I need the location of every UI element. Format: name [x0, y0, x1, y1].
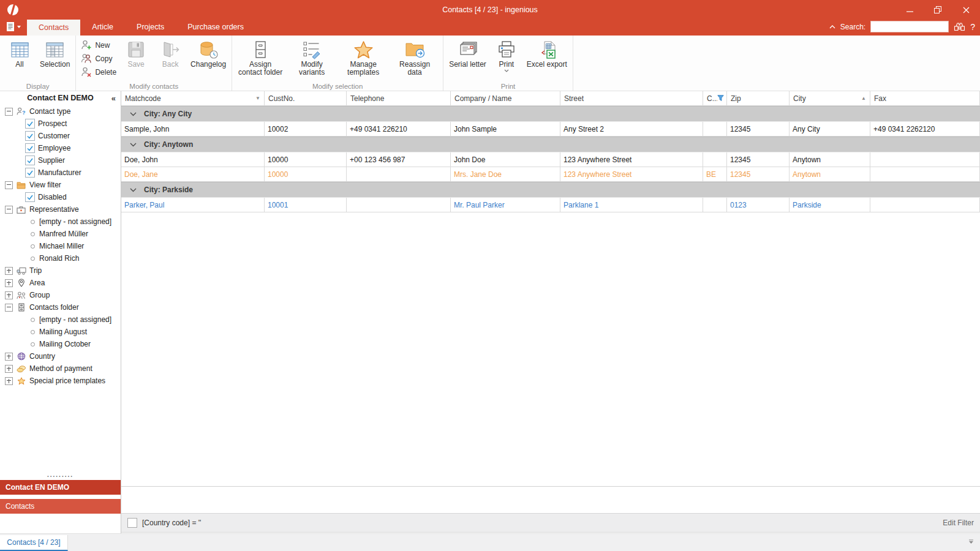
column-header-company-name[interactable]: Company / Name — [451, 91, 560, 105]
tree-item-contacts-folder[interactable]: Contacts folder — [0, 301, 120, 313]
filter-expression[interactable]: [Country code] = '' — [142, 519, 201, 527]
search-input[interactable] — [870, 21, 949, 32]
delete-button[interactable]: Delete — [81, 66, 116, 78]
radio-bullet-icon[interactable] — [31, 232, 35, 236]
tree-item-country[interactable]: Country — [0, 350, 120, 362]
filter-dropdown-icon[interactable]: ▼ — [255, 96, 260, 101]
navbar-group-contacts[interactable]: Contacts — [0, 499, 121, 514]
modify-variants-button[interactable]: Modify variants — [286, 37, 337, 77]
copy-button[interactable]: Copy — [81, 53, 116, 64]
collapse-box-icon[interactable] — [5, 108, 13, 116]
column-header-zip[interactable]: Zip — [727, 91, 790, 105]
checkbox-checked[interactable] — [25, 119, 35, 129]
tree-item-empty-not-assigned[interactable]: [empty - not assigned] — [0, 216, 120, 228]
column-header-street[interactable]: Street — [560, 91, 703, 105]
radio-bullet-icon[interactable] — [31, 257, 35, 261]
document-tab-contacts[interactable]: Contacts [4 / 23] — [0, 535, 68, 551]
grid-row-doe-john[interactable]: Doe, John10000+00 123 456 987John Doe123… — [121, 152, 980, 167]
chevron-down-icon[interactable] — [130, 188, 137, 192]
expand-box-icon[interactable] — [5, 279, 13, 287]
tree-item-empty-not-assigned[interactable]: [empty - not assigned] — [0, 313, 120, 326]
print-button[interactable]: Print — [489, 37, 524, 72]
checkbox-checked[interactable] — [25, 143, 35, 153]
tree-item-customer[interactable]: Customer — [0, 130, 120, 142]
checkbox-checked[interactable] — [25, 156, 35, 165]
tree-item-special-price-templates[interactable]: Special price templates — [0, 375, 120, 387]
tree-item-trip[interactable]: Trip — [0, 264, 120, 277]
grid-row-parker-paul[interactable]: Parker, Paul10001Mr. Paul ParkerParklane… — [121, 198, 980, 212]
tree-item-manfred-m-ller[interactable]: Manfred Müller — [0, 228, 120, 240]
tree-item-view-filter[interactable]: View filter — [0, 179, 120, 191]
changelog-button[interactable]: Changelog — [187, 37, 229, 69]
expand-box-icon[interactable] — [5, 365, 13, 373]
collapse-box-icon[interactable] — [5, 304, 13, 312]
minimize-button[interactable] — [895, 0, 924, 20]
radio-bullet-icon[interactable] — [31, 330, 35, 334]
tree-item-disabled[interactable]: Disabled — [0, 191, 120, 203]
restore-button[interactable] — [924, 0, 952, 20]
collapse-box-icon[interactable] — [5, 206, 13, 214]
column-header-c[interactable]: C... — [703, 91, 727, 105]
tree-item-manufacturer[interactable]: Manufacturer — [0, 167, 120, 179]
sidebar-splitter-handle[interactable]: ......... — [0, 473, 121, 478]
tree-item-area[interactable]: Area — [0, 277, 120, 289]
radio-bullet-icon[interactable] — [31, 220, 35, 224]
navbar-group-contact-en-demo[interactable]: Contact EN DEMO — [0, 480, 121, 495]
checkbox-checked[interactable] — [25, 131, 35, 141]
ribbon-tab-purchase-orders[interactable]: Purchase orders — [176, 20, 255, 34]
collapse-box-icon[interactable] — [5, 181, 13, 189]
filter-enabled-checkbox[interactable] — [127, 518, 137, 528]
radio-bullet-icon[interactable] — [31, 342, 35, 347]
checkbox-checked[interactable] — [25, 192, 35, 202]
save-button[interactable]: Save — [119, 37, 153, 69]
radio-bullet-icon[interactable] — [31, 244, 35, 249]
tree-item-mailing-october[interactable]: Mailing October — [0, 338, 120, 350]
column-header-custno[interactable]: CustNo. — [265, 91, 347, 105]
tree-item-ronald-rich[interactable]: Ronald Rich — [0, 252, 120, 264]
group-row-city-any-city[interactable]: City: Any City — [121, 106, 980, 122]
selection-button[interactable]: Selection — [37, 37, 73, 69]
chevron-down-icon[interactable] — [130, 112, 137, 116]
all-button[interactable]: All — [2, 37, 37, 69]
group-row-city-anytown[interactable]: City: Anytown — [121, 137, 980, 152]
chevron-down-icon[interactable] — [130, 143, 137, 147]
close-button[interactable] — [952, 0, 980, 20]
column-header-fax[interactable]: Fax — [870, 91, 980, 105]
manage-templates-button[interactable]: Manage templates — [337, 37, 389, 77]
checkbox-checked[interactable] — [25, 168, 35, 178]
radio-bullet-icon[interactable] — [31, 318, 35, 322]
column-header-city[interactable]: City▲ — [790, 91, 870, 105]
tree-item-michael-miller[interactable]: Michael Miller — [0, 240, 120, 252]
tree-item-method-of-payment[interactable]: Method of payment — [0, 362, 120, 375]
ribbon-tab-projects[interactable]: Projects — [125, 20, 176, 34]
column-header-matchcode[interactable]: Matchcode▼ — [121, 91, 265, 105]
back-button[interactable]: Back — [153, 37, 187, 69]
group-row-city-parkside[interactable]: City: Parkside — [121, 182, 980, 198]
app-menu-button[interactable] — [0, 20, 27, 34]
expand-box-icon[interactable] — [5, 377, 13, 385]
expand-box-icon[interactable] — [5, 353, 13, 361]
edit-filter-button[interactable]: Edit Filter — [943, 519, 974, 527]
tree-item-representative[interactable]: Representative — [0, 203, 120, 216]
excel-export-button[interactable]: Excel export — [524, 37, 570, 69]
column-header-telephone[interactable]: Telephone — [347, 91, 451, 105]
serial-letter-button[interactable]: Serial letter — [446, 37, 489, 69]
tree-item-group[interactable]: Group — [0, 289, 120, 301]
reassign-data-button[interactable]: Reassign data — [389, 37, 440, 77]
ribbon-tab-article[interactable]: Article — [80, 20, 125, 34]
tree-item-contact-type[interactable]: ?Contact type — [0, 105, 120, 118]
new-button[interactable]: New — [81, 39, 116, 51]
grid-row-sample-john[interactable]: Sample, John10002+49 0341 226210John Sam… — [121, 122, 980, 137]
tree-item-prospect[interactable]: Prospect — [0, 118, 120, 130]
filter-active-icon[interactable] — [717, 95, 724, 102]
tree-item-employee[interactable]: Employee — [0, 142, 120, 154]
expand-box-icon[interactable] — [5, 291, 13, 299]
tab-list-dropdown-icon[interactable] — [968, 539, 974, 544]
assign-contact-folder-button[interactable]: Assign contact folder — [235, 37, 286, 77]
ribbon-collapse-icon[interactable] — [829, 25, 835, 29]
tree-item-mailing-august[interactable]: Mailing August — [0, 326, 120, 338]
grid-row-doe-jane[interactable]: Doe, Jane10000Mrs. Jane Doe123 Anywhere … — [121, 167, 980, 182]
sidebar-collapse-icon[interactable]: « — [111, 91, 116, 105]
binoculars-icon[interactable] — [954, 22, 965, 31]
expand-box-icon[interactable] — [5, 267, 13, 275]
